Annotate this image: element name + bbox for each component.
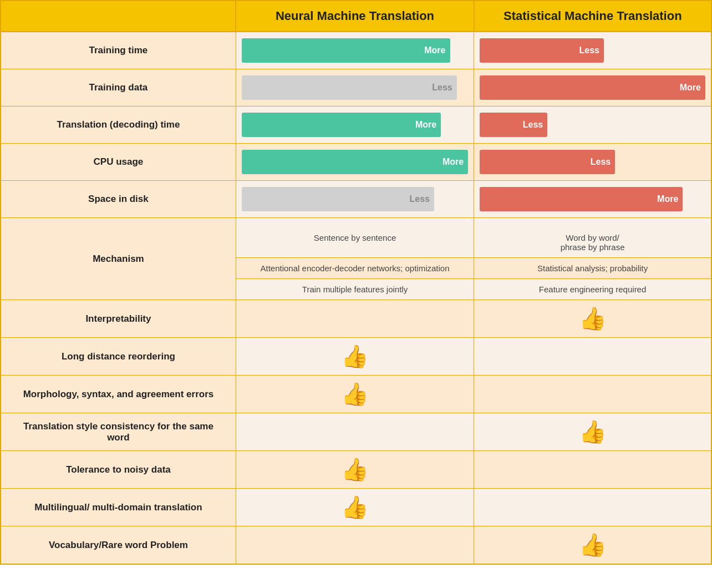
mechanism-nmt-row2: Attentional encoder-decoder networks; op… [236,258,474,279]
space-disk-nmt-bar: Less [242,187,434,211]
long-distance-row: Long distance reordering 👍 [1,338,711,376]
multilingual-nmt: 👍 [236,489,474,526]
interpretability-label: Interpretability [1,300,236,338]
vocabulary-row: Vocabulary/Rare word Problem 👍 [1,526,711,565]
interpretability-smt: 👍 [474,300,711,338]
header-col1: Neural Machine Translation [236,1,474,32]
mechanism-smt-row1: Word by word/ phrase by phrase [474,218,711,258]
training-time-row: Training time More Less [1,32,711,69]
long-distance-smt [474,338,711,376]
noisy-data-nmt: 👍 [236,451,474,489]
style-consistency-nmt [236,413,474,451]
multilingual-smt [474,489,711,526]
mechanism-label: Mechanism [1,218,236,300]
vocabulary-nmt [236,526,474,565]
long-distance-nmt: 👍 [236,338,474,376]
comparison-table: Neural Machine Translation Statistical M… [0,0,712,565]
cpu-usage-smt-bar: Less [480,150,615,174]
cpu-usage-nmt: More [236,144,474,181]
decoding-time-nmt: More [236,107,474,144]
space-disk-nmt: Less [236,181,474,218]
style-consistency-row: Translation style consistency for the sa… [1,413,711,451]
style-consistency-smt-thumb: 👍 [579,419,607,445]
morphology-label: Morphology, syntax, and agreement errors [1,376,236,413]
training-time-label: Training time [1,32,236,69]
multilingual-label: Multilingual/ multi-domain translation [1,489,236,526]
morphology-nmt-thumb: 👍 [341,381,369,407]
vocabulary-label: Vocabulary/Rare word Problem [1,526,236,565]
header-col2: Statistical Machine Translation [474,1,711,32]
interpretability-row: Interpretability 👍 [1,300,711,338]
decoding-time-smt: Less [474,107,711,144]
mechanism-nmt-row1: Sentence by sentence [236,218,474,258]
noisy-data-nmt-thumb: 👍 [341,457,369,483]
training-data-smt-bar: More [480,75,705,100]
cpu-usage-row: CPU usage More Less [1,144,711,181]
decoding-time-label: Translation (decoding) time [1,107,236,144]
vocabulary-smt: 👍 [474,526,711,565]
style-consistency-smt: 👍 [474,413,711,451]
header-row: Neural Machine Translation Statistical M… [1,1,711,32]
training-time-smt: Less [474,32,711,69]
header-col0 [1,1,236,32]
cpu-usage-nmt-bar: More [242,150,468,174]
noisy-data-label: Tolerance to noisy data [1,451,236,489]
decoding-time-smt-bar: Less [480,113,547,137]
vocabulary-smt-thumb: 👍 [579,532,607,558]
noisy-data-smt [474,451,711,489]
space-disk-smt-bar: More [480,187,683,211]
cpu-usage-smt: Less [474,144,711,181]
multilingual-row: Multilingual/ multi-domain translation 👍 [1,489,711,526]
long-distance-nmt-thumb: 👍 [341,343,369,369]
long-distance-label: Long distance reordering [1,338,236,376]
space-disk-row: Space in disk Less More [1,181,711,218]
morphology-nmt: 👍 [236,376,474,413]
mechanism-nmt-row3: Train multiple features jointly [236,279,474,300]
noisy-data-row: Tolerance to noisy data 👍 [1,451,711,489]
training-data-nmt-bar: Less [242,75,457,100]
style-consistency-label: Translation style consistency for the sa… [1,413,236,451]
training-data-label: Training data [1,69,236,107]
cpu-usage-label: CPU usage [1,144,236,181]
multilingual-nmt-thumb: 👍 [341,494,369,520]
training-time-smt-bar: Less [480,38,604,63]
training-data-row: Training data Less More [1,69,711,107]
training-time-nmt-bar: More [242,38,450,63]
mechanism-row1: Mechanism Sentence by sentence Word by w… [1,218,711,258]
mechanism-smt-row3: Feature engineering required [474,279,711,300]
decoding-time-row: Translation (decoding) time More Less [1,107,711,144]
mechanism-smt-row2: Statistical analysis; probability [474,258,711,279]
space-disk-label: Space in disk [1,181,236,218]
training-data-nmt: Less [236,69,474,107]
training-time-nmt: More [236,32,474,69]
morphology-row: Morphology, syntax, and agreement errors… [1,376,711,413]
space-disk-smt: More [474,181,711,218]
interpretability-nmt [236,300,474,338]
interpretability-smt-thumb: 👍 [579,306,607,332]
decoding-time-nmt-bar: More [242,113,441,137]
training-data-smt: More [474,69,711,107]
morphology-smt [474,376,711,413]
